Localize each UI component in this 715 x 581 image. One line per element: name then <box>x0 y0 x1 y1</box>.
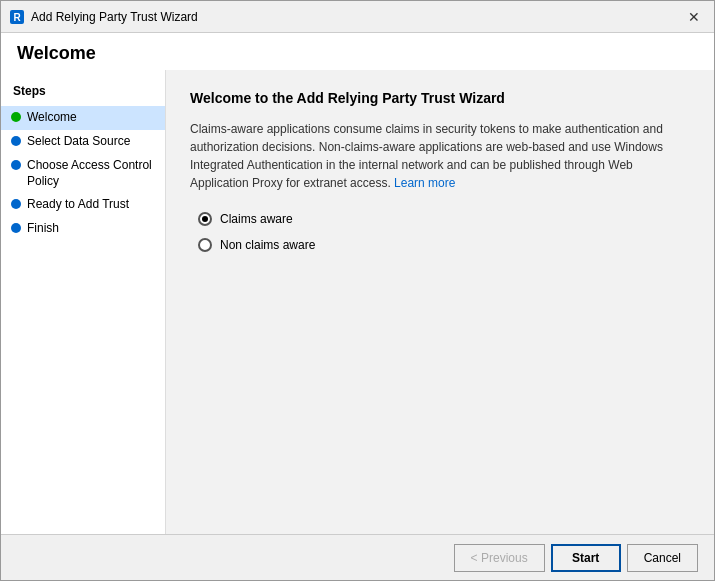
radio-item-claims-aware[interactable]: Claims aware <box>198 212 690 226</box>
sidebar-dot-ready-to-add <box>11 199 21 209</box>
radio-label-claims-aware: Claims aware <box>220 212 293 226</box>
main-content: Welcome to the Add Relying Party Trust W… <box>166 70 714 534</box>
sidebar-item-welcome[interactable]: Welcome <box>1 106 165 130</box>
sidebar: Steps Welcome Select Data Source Choose … <box>1 70 166 534</box>
close-button[interactable]: ✕ <box>682 5 706 29</box>
page-title: Welcome <box>1 33 714 70</box>
window-icon: R <box>9 9 25 25</box>
sidebar-item-finish[interactable]: Finish <box>1 217 165 241</box>
sidebar-dot-choose-access-control <box>11 160 21 170</box>
radio-group: Claims aware Non claims aware <box>198 212 690 252</box>
radio-label-non-claims-aware: Non claims aware <box>220 238 315 252</box>
sidebar-dot-finish <box>11 223 21 233</box>
window-title: Add Relying Party Trust Wizard <box>31 10 682 24</box>
radio-non-claims-aware[interactable] <box>198 238 212 252</box>
sidebar-label-ready-to-add: Ready to Add Trust <box>27 197 129 213</box>
previous-button[interactable]: < Previous <box>454 544 545 572</box>
sidebar-dot-welcome <box>11 112 21 122</box>
sidebar-item-select-data-source[interactable]: Select Data Source <box>1 130 165 154</box>
sidebar-section-title: Steps <box>1 80 165 106</box>
description-text: Claims-aware applications consume claims… <box>190 120 690 192</box>
sidebar-label-select-data-source: Select Data Source <box>27 134 130 150</box>
sidebar-label-welcome: Welcome <box>27 110 77 126</box>
learn-more-link[interactable]: Learn more <box>394 176 455 190</box>
cancel-button[interactable]: Cancel <box>627 544 698 572</box>
footer: < Previous Start Cancel <box>1 534 714 580</box>
main-heading: Welcome to the Add Relying Party Trust W… <box>190 90 690 106</box>
sidebar-item-ready-to-add[interactable]: Ready to Add Trust <box>1 193 165 217</box>
content-area: Steps Welcome Select Data Source Choose … <box>1 70 714 534</box>
wizard-window: R Add Relying Party Trust Wizard ✕ Welco… <box>0 0 715 581</box>
title-bar: R Add Relying Party Trust Wizard ✕ <box>1 1 714 33</box>
radio-item-non-claims-aware[interactable]: Non claims aware <box>198 238 690 252</box>
svg-text:R: R <box>13 12 21 23</box>
sidebar-label-finish: Finish <box>27 221 59 237</box>
sidebar-dot-select-data-source <box>11 136 21 146</box>
radio-claims-aware[interactable] <box>198 212 212 226</box>
sidebar-item-choose-access-control[interactable]: Choose Access Control Policy <box>1 154 165 193</box>
sidebar-label-choose-access-control: Choose Access Control Policy <box>27 158 157 189</box>
start-button[interactable]: Start <box>551 544 621 572</box>
